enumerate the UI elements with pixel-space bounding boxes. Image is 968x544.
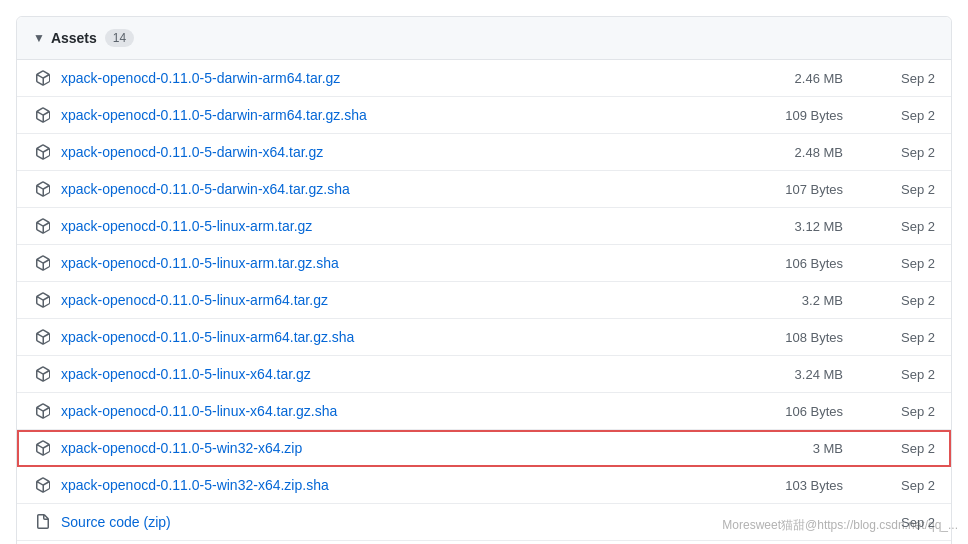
asset-date: Sep 2 <box>875 293 935 308</box>
asset-date: Sep 2 <box>875 367 935 382</box>
package-icon <box>33 68 53 88</box>
asset-date: Sep 2 <box>875 256 935 271</box>
asset-size: 3.24 MB <box>755 367 875 382</box>
asset-item: xpack-openocd-0.11.0-5-linux-arm64.tar.g… <box>17 282 951 319</box>
package-icon <box>33 216 53 236</box>
package-icon <box>33 253 53 273</box>
package-icon <box>33 401 53 421</box>
asset-list: xpack-openocd-0.11.0-5-darwin-arm64.tar.… <box>17 60 951 544</box>
package-icon <box>33 105 53 125</box>
package-icon <box>33 364 53 384</box>
asset-item: xpack-openocd-0.11.0-5-darwin-x64.tar.gz… <box>17 171 951 208</box>
asset-date: Sep 2 <box>875 441 935 456</box>
asset-name-link[interactable]: xpack-openocd-0.11.0-5-linux-x64.tar.gz.… <box>61 403 755 419</box>
package-icon <box>33 179 53 199</box>
asset-size: 108 Bytes <box>755 330 875 345</box>
asset-name-link[interactable]: xpack-openocd-0.11.0-5-linux-arm.tar.gz.… <box>61 255 755 271</box>
asset-size: 3.12 MB <box>755 219 875 234</box>
asset-name-link[interactable]: xpack-openocd-0.11.0-5-darwin-x64.tar.gz <box>61 144 755 160</box>
package-icon <box>33 438 53 458</box>
asset-size: 109 Bytes <box>755 108 875 123</box>
asset-date: Sep 2 <box>875 108 935 123</box>
toggle-icon[interactable]: ▼ <box>33 31 45 45</box>
asset-size: 103 Bytes <box>755 478 875 493</box>
assets-header: ▼ Assets 14 <box>17 17 951 60</box>
assets-count: 14 <box>105 29 134 47</box>
assets-section: ▼ Assets 14 xpack-openocd-0.11.0-5-darwi… <box>16 16 952 544</box>
asset-date: Sep 2 <box>875 404 935 419</box>
asset-name-link[interactable]: xpack-openocd-0.11.0-5-darwin-x64.tar.gz… <box>61 181 755 197</box>
asset-name-link[interactable]: xpack-openocd-0.11.0-5-win32-x64.zip <box>61 440 755 456</box>
asset-name-link[interactable]: xpack-openocd-0.11.0-5-linux-arm64.tar.g… <box>61 292 755 308</box>
asset-item: xpack-openocd-0.11.0-5-darwin-arm64.tar.… <box>17 97 951 134</box>
asset-item: xpack-openocd-0.11.0-5-linux-arm.tar.gz3… <box>17 208 951 245</box>
asset-item: xpack-openocd-0.11.0-5-darwin-arm64.tar.… <box>17 60 951 97</box>
asset-item: xpack-openocd-0.11.0-5-win32-x64.zip3 MB… <box>17 430 951 467</box>
asset-name-link[interactable]: xpack-openocd-0.11.0-5-win32-x64.zip.sha <box>61 477 755 493</box>
assets-title: Assets <box>51 30 97 46</box>
asset-name-link[interactable]: xpack-openocd-0.11.0-5-darwin-arm64.tar.… <box>61 70 755 86</box>
asset-item: xpack-openocd-0.11.0-5-linux-x64.tar.gz.… <box>17 393 951 430</box>
asset-date: Sep 2 <box>875 478 935 493</box>
asset-size: 3 MB <box>755 441 875 456</box>
asset-date: Sep 2 <box>875 145 935 160</box>
asset-item: xpack-openocd-0.11.0-5-linux-x64.tar.gz3… <box>17 356 951 393</box>
asset-size: 106 Bytes <box>755 404 875 419</box>
package-icon <box>33 142 53 162</box>
asset-date: Sep 2 <box>875 182 935 197</box>
asset-name-link[interactable]: xpack-openocd-0.11.0-5-linux-arm.tar.gz <box>61 218 755 234</box>
package-icon <box>33 475 53 495</box>
asset-item: xpack-openocd-0.11.0-5-linux-arm64.tar.g… <box>17 319 951 356</box>
asset-item: Source code (zip)Sep 2 <box>17 504 951 541</box>
asset-size: 106 Bytes <box>755 256 875 271</box>
main-container: ▼ Assets 14 xpack-openocd-0.11.0-5-darwi… <box>0 0 968 544</box>
asset-date: Sep 2 <box>875 330 935 345</box>
asset-date: Sep 2 <box>875 71 935 86</box>
package-icon <box>33 290 53 310</box>
asset-name-link[interactable]: Source code (zip) <box>61 514 755 530</box>
asset-size: 107 Bytes <box>755 182 875 197</box>
asset-name-link[interactable]: xpack-openocd-0.11.0-5-darwin-arm64.tar.… <box>61 107 755 123</box>
asset-size: 2.48 MB <box>755 145 875 160</box>
asset-name-link[interactable]: xpack-openocd-0.11.0-5-linux-arm64.tar.g… <box>61 329 755 345</box>
asset-item: xpack-openocd-0.11.0-5-darwin-x64.tar.gz… <box>17 134 951 171</box>
package-icon <box>33 327 53 347</box>
asset-name-link[interactable]: xpack-openocd-0.11.0-5-linux-x64.tar.gz <box>61 366 755 382</box>
file-icon <box>33 512 53 532</box>
asset-size: 3.2 MB <box>755 293 875 308</box>
asset-item: xpack-openocd-0.11.0-5-win32-x64.zip.sha… <box>17 467 951 504</box>
asset-date: Sep 2 <box>875 219 935 234</box>
asset-size: 2.46 MB <box>755 71 875 86</box>
asset-date: Sep 2 <box>875 515 935 530</box>
asset-item: xpack-openocd-0.11.0-5-linux-arm.tar.gz.… <box>17 245 951 282</box>
